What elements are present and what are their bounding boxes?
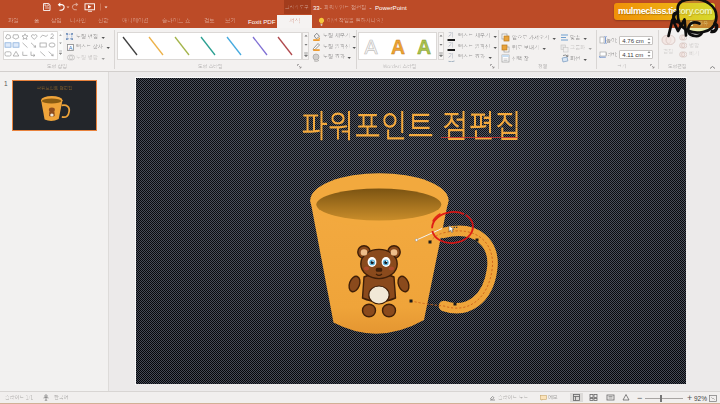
svg-text:A: A [69, 44, 73, 50]
svg-text:A: A [391, 36, 405, 58]
svg-text:A: A [364, 36, 377, 58]
svg-text:A: A [417, 36, 431, 58]
